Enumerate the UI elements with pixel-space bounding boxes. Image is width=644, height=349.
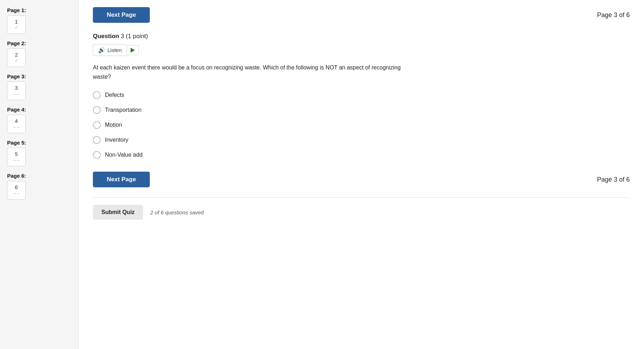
option-label-2: Transportation: [105, 107, 142, 113]
sidebar-page-group-5: Page 5:5– –: [7, 140, 71, 166]
sidebar-page-group-2: Page 2:2✓: [7, 40, 71, 67]
sidebar-page-num-6: 6: [15, 184, 18, 190]
next-page-button-top[interactable]: Next Page: [93, 7, 150, 23]
page-indicator-bottom: Page 3 of 6: [597, 176, 630, 183]
sidebar-page-label-4: Page 4:: [7, 106, 71, 113]
sidebar-page-group-3: Page 3:3– –: [7, 73, 71, 100]
sidebar-page-label-2: Page 2:: [7, 40, 71, 46]
sidebar-page-num-1: 1: [15, 19, 18, 24]
sidebar-page-status-1: ✓: [15, 25, 19, 30]
option-item-2[interactable]: Transportation: [93, 106, 630, 114]
sidebar-page-status-6: – –: [13, 191, 20, 196]
sidebar-page-num-5: 5: [15, 151, 18, 157]
option-label-1: Defects: [105, 92, 124, 98]
sidebar-page-group-6: Page 6:6– –: [7, 173, 71, 199]
options-list: DefectsTransportationMotionInventoryNon-…: [93, 91, 630, 159]
sidebar: Page 1:1✓Page 2:2✓Page 3:3– –Page 4:4– –…: [0, 0, 78, 349]
question-text: At each kaizen event there would be a fo…: [93, 63, 413, 81]
sidebar-page-box-5[interactable]: 5– –: [7, 148, 26, 166]
sidebar-page-num-4: 4: [15, 118, 18, 124]
next-page-button-bottom[interactable]: Next Page: [93, 172, 150, 187]
option-item-4[interactable]: Inventory: [93, 136, 630, 144]
top-bar: Next Page Page 3 of 6: [93, 7, 630, 23]
sidebar-page-group-1: Page 1:1✓: [7, 7, 71, 34]
listen-button[interactable]: 🔊 Listen: [93, 44, 127, 56]
sidebar-page-num-3: 3: [15, 85, 18, 90]
question-number: 3: [121, 33, 124, 40]
listen-label: Listen: [107, 47, 122, 53]
sidebar-page-box-3[interactable]: 3– –: [7, 82, 26, 100]
page-indicator-top: Page 3 of 6: [597, 11, 630, 19]
option-radio-3[interactable]: [93, 121, 101, 129]
option-label-3: Motion: [105, 122, 122, 128]
bottom-bar: Next Page Page 3 of 6: [93, 172, 630, 187]
main-content: Next Page Page 3 of 6 Question 3 (1 poin…: [78, 0, 644, 349]
sidebar-page-box-4[interactable]: 4– –: [7, 115, 26, 133]
option-radio-1[interactable]: [93, 91, 101, 99]
sidebar-page-status-2: ✓: [15, 58, 19, 63]
listen-bar: 🔊 Listen: [93, 44, 630, 56]
option-label-5: Non-Value add: [105, 152, 143, 158]
question-header: Question 3 (1 point): [93, 33, 630, 40]
option-radio-4[interactable]: [93, 136, 101, 144]
sidebar-page-box-2[interactable]: 2✓: [7, 48, 26, 67]
play-button[interactable]: [127, 45, 139, 55]
option-radio-2[interactable]: [93, 106, 101, 114]
sidebar-page-box-1[interactable]: 1✓: [7, 15, 26, 34]
play-triangle-icon: [131, 48, 135, 53]
divider: [93, 197, 630, 198]
option-radio-5[interactable]: [93, 151, 101, 159]
sidebar-page-num-2: 2: [15, 52, 18, 57]
question-points: (1 point): [126, 33, 148, 40]
option-item-1[interactable]: Defects: [93, 91, 630, 99]
sidebar-page-group-4: Page 4:4– –: [7, 106, 71, 133]
submit-quiz-button[interactable]: Submit Quiz: [93, 205, 143, 220]
sidebar-page-status-4: – –: [13, 124, 20, 130]
option-item-5[interactable]: Non-Value add: [93, 151, 630, 159]
sidebar-page-status-3: – –: [13, 91, 20, 97]
sidebar-page-status-5: – –: [13, 157, 20, 163]
option-label-4: Inventory: [105, 137, 128, 143]
saved-status: 2 of 6 questions saved: [150, 209, 204, 215]
sidebar-page-label-6: Page 6:: [7, 173, 71, 179]
option-item-3[interactable]: Motion: [93, 121, 630, 129]
submit-area: Submit Quiz 2 of 6 questions saved: [93, 205, 630, 220]
sidebar-page-label-1: Page 1:: [7, 7, 71, 13]
sidebar-page-label-3: Page 3:: [7, 73, 71, 79]
speaker-icon: 🔊: [98, 47, 105, 53]
sidebar-page-box-6[interactable]: 6– –: [7, 181, 26, 199]
sidebar-page-label-5: Page 5:: [7, 140, 71, 146]
